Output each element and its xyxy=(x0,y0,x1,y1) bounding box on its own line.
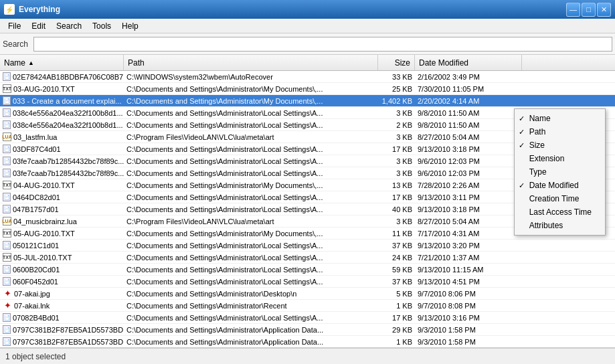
menu-file[interactable]: File xyxy=(3,20,26,32)
file-name: 📄 07082B4Bd01 xyxy=(0,313,124,322)
file-size: 5 KB xyxy=(378,290,415,298)
txt-icon: TXT xyxy=(3,229,11,238)
minimize-button[interactable]: — xyxy=(566,3,580,17)
file-date: 9/7/2010 8:06 PM xyxy=(415,290,522,298)
table-row[interactable]: TXT 05-JUL-2010.TXT C:\Documents and Set… xyxy=(0,252,615,264)
file-icon: 📄 xyxy=(3,169,11,177)
file-name: ✦ 07-akai.lnk xyxy=(0,301,124,310)
file-name: 📄 0797C381B2F87EB5A1D5573BD... xyxy=(0,325,124,334)
star-icon: ✦ xyxy=(3,289,12,298)
file-name: 📄 0464DC82d01 xyxy=(0,193,124,201)
file-date: 9/13/2010 3:18 PM xyxy=(415,145,522,153)
context-menu-item-extension[interactable]: Extension xyxy=(515,152,605,165)
file-date: 9/6/2010 12:03 PM xyxy=(415,169,522,177)
context-menu-item-name[interactable]: Name xyxy=(515,112,605,125)
file-name: 📄 02E78424AB18BDBFA706C08B7... xyxy=(0,72,124,81)
file-date: 9/13/2010 11:15 AM xyxy=(415,266,522,274)
file-path: C:\Documents and Settings\Administrator\… xyxy=(124,85,378,93)
file-date: 9/8/2010 11:50 AM xyxy=(415,109,522,117)
file-path: C:\Documents and Settings\Administrator\… xyxy=(124,205,378,213)
table-row[interactable]: ✦ 07-akai.jpg C:\Documents and Settings\… xyxy=(0,288,615,300)
file-icon: 📄 xyxy=(3,96,11,105)
file-path: C:\Documents and Settings\Administrator\… xyxy=(124,169,378,177)
menu-edit[interactable]: Edit xyxy=(26,20,51,32)
file-size: 3 KB xyxy=(378,169,415,177)
table-row[interactable]: 📄 0797C381B2F87EB5A1D5573BD... C:\Docume… xyxy=(0,336,615,347)
context-menu-item-attributes[interactable]: Attributes xyxy=(515,219,605,232)
close-button[interactable]: ✕ xyxy=(597,3,611,17)
file-name: 📄 0797C381B2F87EB5A1D5573BD... xyxy=(0,337,124,346)
table-row[interactable]: 📄 02E78424AB18BDBFA706C08B7... C:\WINDOW… xyxy=(0,71,615,83)
file-date: 9/13/2010 4:51 PM xyxy=(415,278,522,286)
context-menu-item-last-access-time[interactable]: Last Access Time xyxy=(515,205,605,219)
file-icon: 📄 xyxy=(3,108,11,117)
file-date: 2/16/2002 3:49 PM xyxy=(415,73,522,81)
search-label: Search xyxy=(3,39,31,49)
table-row[interactable]: 📄 050121C1d01 C:\Documents and Settings\… xyxy=(0,240,615,252)
file-size: 37 KB xyxy=(378,242,415,250)
file-name: TXT 05-JUL-2010.TXT xyxy=(0,253,124,262)
file-size: 29 KB xyxy=(378,326,415,334)
col-header-size[interactable]: Size xyxy=(378,55,415,70)
file-size: 17 KB xyxy=(378,145,415,153)
file-date: 9/13/2010 3:20 PM xyxy=(415,242,522,250)
file-name: 📄 060F0452d01 xyxy=(0,277,124,286)
file-size: 3 KB xyxy=(378,157,415,165)
context-menu-item-path[interactable]: Path xyxy=(515,125,605,139)
file-date: 9/3/2010 1:58 PM xyxy=(415,338,522,346)
file-date: 9/8/2010 11:50 AM xyxy=(415,121,522,129)
table-row[interactable]: 📄 07082B4Bd01 C:\Documents and Settings\… xyxy=(0,312,615,324)
file-name: 📄 0600B20Cd01 xyxy=(0,265,124,274)
maximize-button[interactable]: □ xyxy=(582,3,596,17)
column-headers: Name ▲ Path Size Date Modified xyxy=(0,55,615,71)
file-name: TXT 05-AUG-2010.TXT xyxy=(0,229,124,238)
col-header-date[interactable]: Date Modified xyxy=(415,55,522,70)
file-size: 1 KB xyxy=(378,302,415,310)
table-row[interactable]: 📄 033 - Create a document explai... C:\D… xyxy=(0,95,615,107)
file-date: 7/30/2010 11:05 PM xyxy=(415,85,522,93)
file-name: LUA 03_lastfm.lua xyxy=(0,132,124,141)
menu-tools[interactable]: Tools xyxy=(87,20,116,32)
file-path: C:\Documents and Settings\Administrator\… xyxy=(124,121,378,129)
context-menu-item-size[interactable]: Size xyxy=(515,139,605,152)
title-bar: ⚡ Everything — □ ✕ xyxy=(0,0,615,19)
app-icon: ⚡ xyxy=(4,4,15,15)
file-path: C:\Documents and Settings\Administrator\… xyxy=(124,290,378,298)
file-icon: 📄 xyxy=(3,337,11,346)
file-size: 1,402 KB xyxy=(378,97,415,105)
file-path: C:\Program Files\VideoLAN\VLC\lua\meta\a… xyxy=(124,217,378,225)
table-row[interactable]: ✦ 07-akai.lnk C:\Documents and Settings\… xyxy=(0,300,615,312)
file-path: C:\Documents and Settings\Administrator\… xyxy=(124,193,378,201)
file-size: 1 KB xyxy=(378,338,415,346)
file-path: C:\Documents and Settings\Administrator\… xyxy=(124,157,378,165)
menu-search[interactable]: Search xyxy=(51,20,87,32)
table-row[interactable]: 📄 0600B20Cd01 C:\Documents and Settings\… xyxy=(0,264,615,276)
window-title: Everything xyxy=(19,5,60,14)
menu-bar: File Edit Search Tools Help xyxy=(0,19,615,33)
context-menu-item-type[interactable]: Type xyxy=(515,165,605,179)
file-path: C:\WINDOWS\system32\wbem\AutoRecover xyxy=(124,73,378,81)
context-menu-item-creation-time[interactable]: Creation Time xyxy=(515,192,605,205)
file-size: 25 KB xyxy=(378,85,415,93)
star-icon: ✦ xyxy=(3,301,12,310)
status-bar: 1 object selected xyxy=(0,348,615,364)
file-path: C:\Documents and Settings\Administrator\… xyxy=(124,326,378,334)
search-input[interactable] xyxy=(33,37,612,52)
file-icon: 📄 xyxy=(3,313,11,322)
file-name: TXT 03-AUG-2010.TXT xyxy=(0,84,124,93)
context-menu-item-date-modified[interactable]: Date Modified xyxy=(515,179,605,192)
col-header-path[interactable]: Path xyxy=(124,55,378,70)
file-icon: 📄 xyxy=(3,157,11,165)
file-path: C:\Documents and Settings\Administrator\… xyxy=(124,266,378,274)
file-icon: 📄 xyxy=(3,145,11,153)
col-header-name[interactable]: Name ▲ xyxy=(0,55,124,70)
table-row[interactable]: 📄 0797C381B2F87EB5A1D5573BD... C:\Docume… xyxy=(0,324,615,336)
menu-help[interactable]: Help xyxy=(116,20,144,32)
table-row[interactable]: 📄 060F0452d01 C:\Documents and Settings\… xyxy=(0,276,615,288)
lua-icon: LUA xyxy=(3,217,11,225)
table-row[interactable]: TXT 03-AUG-2010.TXT C:\Documents and Set… xyxy=(0,83,615,95)
file-size: 17 KB xyxy=(378,193,415,201)
file-path: C:\Documents and Settings\Administrator\… xyxy=(124,278,378,286)
file-name: ✦ 07-akai.jpg xyxy=(0,289,124,298)
txt-icon: TXT xyxy=(3,84,11,93)
